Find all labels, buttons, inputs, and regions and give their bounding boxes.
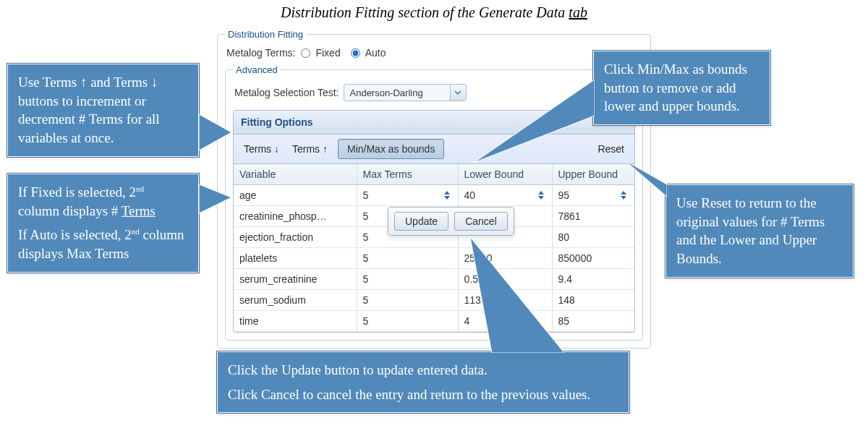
callout-update-p1: Click the Update button to update entere… (228, 361, 618, 380)
cell-variable[interactable]: time (234, 311, 357, 332)
minmax-bounds-button[interactable]: Min/Max as bounds (338, 139, 444, 159)
callout-column2-arrow-icon (199, 184, 235, 217)
col-header-variable[interactable]: Variable (234, 164, 357, 185)
upper-bound-input[interactable] (558, 189, 609, 201)
svg-marker-2 (474, 80, 595, 163)
callout-minmax-text: Click Min/Max as bounds button to remove… (604, 61, 747, 114)
caption-tab-word: tab (569, 4, 587, 20)
callout-update-arrow-icon (463, 236, 564, 353)
cell-value[interactable]: 5 (357, 269, 458, 290)
advanced-legend: Advanced (233, 64, 281, 75)
radio-fixed-label: Fixed (315, 47, 340, 59)
col-header-upper[interactable]: Upper Bound (552, 164, 634, 185)
table-header-row: Variable Max Terms Lower Bound Upper Bou… (234, 164, 634, 185)
chevron-down-icon (450, 85, 466, 101)
cell-value[interactable]: 148 (552, 290, 634, 311)
callout-terms: Use Terms ↑ and Terms ↓ buttons to incre… (7, 64, 199, 157)
callout-reset-arrow-icon (624, 157, 667, 197)
update-button[interactable]: Update (394, 212, 448, 231)
selection-test-dropdown[interactable]: Anderson-Darling (344, 84, 467, 101)
svg-marker-1 (199, 184, 231, 213)
terms-down-button[interactable]: Terms ↓ (241, 142, 282, 156)
cell-value[interactable]: 5 (357, 290, 458, 311)
cell-value[interactable]: 850000 (552, 248, 634, 269)
table-row[interactable]: serum_sodium5113148 (234, 290, 634, 311)
table-row[interactable]: platelets525100850000 (234, 248, 634, 269)
col-header-max-terms[interactable]: Max Terms (357, 164, 458, 185)
cell-value[interactable]: 85 (552, 311, 634, 332)
svg-marker-0 (199, 114, 231, 150)
radio-auto-wrap[interactable]: Auto (351, 47, 386, 59)
cell-value[interactable]: 9.4 (552, 269, 634, 290)
fitting-options-table: Variable Max Terms Lower Bound Upper Bou… (234, 164, 634, 332)
cell-variable[interactable]: ejection_fraction (234, 227, 357, 248)
svg-marker-4 (470, 237, 564, 353)
callout-column2-p1: If Fixed is selected, 2nd column display… (18, 183, 188, 220)
callout-update: Click the Update button to update entere… (217, 351, 629, 413)
callout-minmax: Click Min/Max as bounds button to remove… (593, 51, 770, 125)
cell-value[interactable]: 5 (357, 248, 458, 269)
callout-terms-text: Use Terms ↑ and Terms ↓ buttons to incre… (18, 74, 160, 145)
callout-reset: Use Reset to return to the original valu… (665, 184, 854, 278)
radio-auto-label: Auto (365, 47, 386, 59)
reset-button[interactable]: Reset (595, 142, 627, 156)
cell-variable[interactable]: serum_sodium (234, 290, 357, 311)
callout-column2-p2: If Auto is selected, 2nd column displays… (18, 226, 188, 262)
distribution-fitting-fieldset: Distribution Fitting Metalog Terms: Fixe… (217, 29, 651, 349)
radio-fixed-wrap[interactable]: Fixed (301, 47, 340, 59)
metalog-terms-label: Metalog Terms: (226, 47, 295, 59)
radio-auto[interactable] (351, 48, 360, 58)
callout-update-p2: Click Cancel to cancel the entry and ret… (228, 385, 618, 404)
cell-variable[interactable]: creatinine_phosp… (234, 206, 357, 227)
caption-text: Distribution Fitting section of the Gene… (281, 4, 569, 20)
cancel-button[interactable]: Cancel (454, 212, 508, 231)
terms-up-button[interactable]: Terms ↑ (289, 142, 331, 156)
cell-variable[interactable]: age (234, 185, 357, 206)
selection-test-label: Metalog Selection Test: (234, 87, 339, 98)
spinner-icon[interactable] (442, 190, 452, 200)
cell-variable[interactable]: platelets (234, 248, 357, 269)
spinner-icon[interactable] (536, 190, 546, 200)
selection-test-value: Anderson-Darling (350, 87, 423, 98)
cell-variable[interactable]: serum_creatinine (234, 269, 357, 290)
caption-title: Distribution Fitting section of the Gene… (0, 4, 868, 21)
edit-popup: Update Cancel (388, 207, 514, 236)
callout-minmax-arrow-icon (470, 80, 595, 166)
cell-value[interactable]: 7861 (552, 206, 634, 227)
cell-value[interactable]: 80 (552, 227, 634, 248)
metalog-terms-row: Metalog Terms: Fixed Auto (225, 44, 643, 64)
lower-bound-input[interactable] (464, 189, 515, 201)
cell-value[interactable]: 5 (357, 311, 458, 332)
max-terms-input[interactable] (363, 189, 414, 201)
svg-marker-3 (625, 161, 667, 197)
table-row[interactable]: time5485 (234, 311, 634, 332)
col-header-lower[interactable]: Lower Bound (458, 164, 552, 185)
table-row[interactable]: serum_creatinine50.59.4 (234, 269, 634, 290)
distribution-fitting-legend: Distribution Fitting (225, 29, 306, 40)
callout-reset-text: Use Reset to return to the original valu… (676, 195, 825, 266)
table-row[interactable]: age (234, 185, 634, 206)
radio-fixed[interactable] (301, 48, 310, 58)
callout-column2: If Fixed is selected, 2nd column display… (7, 174, 199, 273)
distribution-fitting-panel: Distribution Fitting Metalog Terms: Fixe… (217, 29, 651, 349)
callout-terms-arrow-icon (199, 114, 235, 150)
